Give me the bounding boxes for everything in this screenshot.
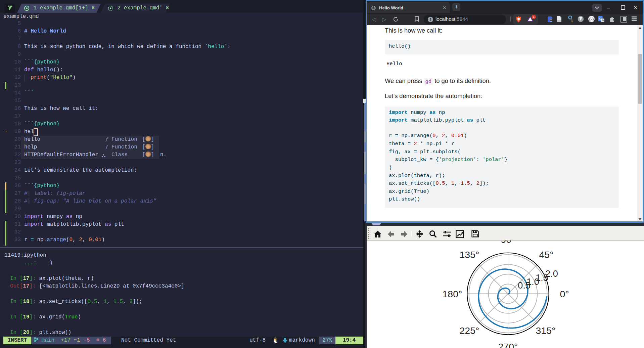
svg-text:135°: 135° xyxy=(460,249,479,260)
svg-text:270°: 270° xyxy=(498,341,518,348)
svg-text:315°: 315° xyxy=(536,325,556,336)
svg-text:225°: 225° xyxy=(460,325,479,336)
svg-text:180°: 180° xyxy=(443,289,462,299)
svg-text:45°: 45° xyxy=(539,249,553,260)
svg-text:2.0: 2.0 xyxy=(545,269,558,279)
svg-text:G: G xyxy=(599,17,602,20)
svg-text:90°: 90° xyxy=(501,241,515,245)
svg-text:0°: 0° xyxy=(560,289,569,299)
